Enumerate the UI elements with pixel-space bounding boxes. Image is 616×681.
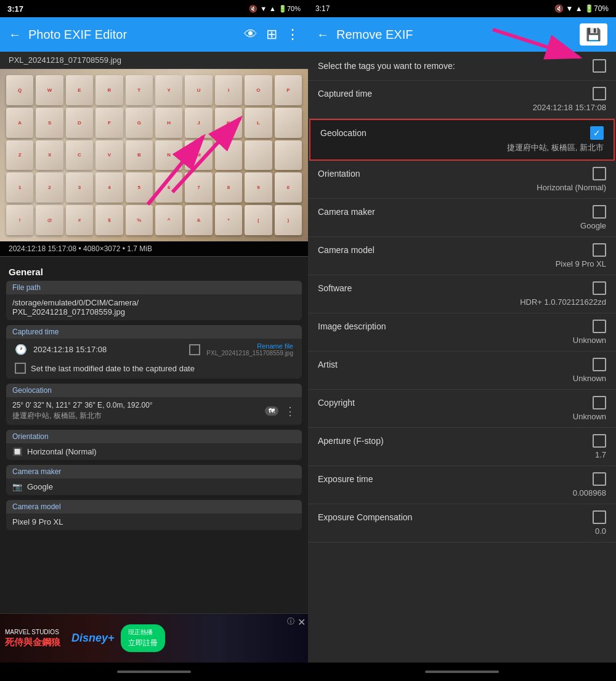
right-panel: 3:17 🔇 ▼ ▲ 🔋70% ← Remove EXIF 💾 Selec	[308, 0, 616, 681]
key	[215, 140, 242, 171]
exif-value-9: 1.7	[318, 450, 606, 459]
key: 0	[275, 172, 302, 203]
file-path-label: File path	[6, 281, 302, 294]
exif-checkbox-3[interactable]	[593, 205, 606, 219]
exif-item-4: Camera modelPixel 9 Pro XL	[308, 237, 616, 275]
geo-icons: 🗺 ⋮	[265, 405, 296, 418]
exif-item-8: CopyrightUnknown	[308, 390, 616, 428]
photo-info-bar: 2024:12:18 15:17:08 • 4080×3072 • 1.7 Mi…	[0, 241, 308, 257]
exif-checkbox-10[interactable]	[593, 472, 606, 486]
r-battery-icon: 🔋70%	[585, 4, 609, 13]
key-grid: Q W E R T Y U I O P A S D F G H J K L Z	[6, 75, 302, 235]
exif-checkbox-4[interactable]	[593, 243, 606, 257]
exif-item-row-5: Software	[318, 281, 606, 295]
exif-item-1: Geolocation✓捷運府中站, 板橋區, 新北市	[309, 119, 615, 161]
exif-label-10: Exposure time	[318, 474, 373, 484]
more-icon[interactable]: ⋮	[286, 26, 299, 42]
exif-checkbox-6[interactable]	[593, 320, 606, 333]
exif-item-row-7: Artist	[318, 358, 606, 371]
eye-icon[interactable]: 👁	[244, 26, 257, 42]
r-back-button[interactable]: ←	[317, 28, 329, 42]
key: Z	[6, 140, 33, 171]
captured-time-checkbox[interactable]	[189, 344, 200, 355]
key: 6	[155, 172, 182, 203]
left-content-area[interactable]: General File path /storage/emulated/0/DC…	[0, 257, 308, 613]
last-modified-checkbox[interactable]	[15, 363, 26, 374]
save-button[interactable]: 💾	[580, 23, 607, 46]
key: I	[215, 75, 242, 105]
left-status-icons: 🔇 ▼ ▲ 🔋70%	[249, 5, 301, 13]
key: %	[126, 205, 153, 235]
exif-value-5: HDR+ 1.0.702121622zd	[318, 297, 606, 307]
map-badge[interactable]: 🗺	[265, 406, 278, 416]
keyboard-photo: Q W E R T Y U I O P A S D F G H J K L Z	[0, 69, 308, 241]
camera-model-row: Camera model Pixel 9 Pro XL	[6, 500, 302, 530]
exif-value-10: 0.008968	[318, 488, 606, 498]
camera-maker-icon: 📷	[12, 482, 22, 491]
exif-checkbox-1[interactable]: ✓	[590, 126, 604, 140]
exif-checkbox-11[interactable]	[593, 510, 606, 524]
exif-checkbox-2[interactable]	[593, 167, 606, 180]
orientation-content: 🔲 Horizontal (Normal)	[6, 443, 302, 460]
exif-checkbox-8[interactable]	[593, 396, 606, 409]
left-nav-bar	[0, 663, 308, 681]
rename-label: Rename file	[206, 342, 293, 350]
exif-item-row-8: Copyright	[318, 396, 606, 409]
select-all-checkbox[interactable]	[593, 59, 606, 73]
exif-checkbox-7[interactable]	[593, 358, 606, 371]
general-section-header: General	[0, 263, 308, 281]
right-status-icons: 🔇 ▼ ▲ 🔋70%	[554, 4, 609, 13]
hot-badge: 現正熱播	[128, 628, 158, 637]
signal-icon: ▼	[260, 5, 267, 12]
exif-checkbox-5[interactable]	[593, 281, 606, 295]
nav-indicator	[117, 671, 191, 673]
left-panel: 3:17 🔇 ▼ ▲ 🔋70% ← Photo EXIF Editor 👁 ⊞ …	[0, 0, 308, 681]
exif-item-row-9: Aperture (F-stop)	[318, 434, 606, 448]
exif-item-6: Image descriptionUnknown	[308, 313, 616, 352]
camera-maker-label: Camera maker	[6, 465, 302, 478]
exif-item-row-6: Image description	[318, 320, 606, 333]
exif-item-0: Captured time2024:12:18 15:17:08	[308, 81, 616, 119]
key	[275, 140, 302, 171]
orientation-value: Horizontal (Normal)	[27, 447, 97, 456]
exif-label-2: Orientation	[318, 169, 360, 179]
grid-icon[interactable]: ⊞	[266, 26, 277, 42]
exif-item-5: SoftwareHDR+ 1.0.702121622zd	[308, 275, 616, 313]
key: V	[95, 140, 123, 171]
exif-label-4: Camera model	[318, 245, 375, 255]
ad-info-icon[interactable]: ⓘ	[287, 616, 294, 627]
key: 4	[95, 172, 123, 203]
ad-close-button[interactable]: ✕	[298, 616, 306, 628]
ad-title: 死侍與金鋼狼	[5, 637, 60, 648]
orientation-row: Orientation 🔲 Horizontal (Normal)	[6, 430, 302, 460]
last-modified-text: Set the last modified date to the captur…	[31, 364, 195, 373]
geo-more-icon[interactable]: ⋮	[285, 405, 296, 418]
exif-label-8: Copyright	[318, 398, 355, 408]
exif-item-row-11: Exposure Compensation	[318, 510, 606, 524]
key: F	[95, 108, 123, 138]
key: 9	[245, 172, 272, 203]
key: @	[36, 205, 63, 235]
datetime-row: 🕐 2024:12:18 15:17:08 Rename file PXL_20…	[6, 339, 302, 360]
marvel-badge: MARVEL STUDIOS	[5, 629, 59, 635]
key: K	[215, 108, 242, 138]
geo-coords: 25° 0' 32" N, 121° 27' 36" E, 0.0m, 192.…	[12, 401, 265, 409]
right-content[interactable]: Select the tags you want to remove: Capt…	[308, 52, 616, 663]
key: T	[126, 75, 153, 105]
back-button[interactable]: ←	[9, 28, 21, 42]
exif-checkbox-0[interactable]	[593, 87, 606, 100]
key: P	[275, 75, 302, 105]
geolocation-row: Geolocation 25° 0' 32" N, 121° 27' 36" E…	[6, 384, 302, 425]
r-app-title: Remove EXIF	[336, 28, 572, 42]
disney-logo: Disney+	[65, 632, 121, 645]
left-status-bar: 3:17 🔇 ▼ ▲ 🔋70%	[0, 0, 308, 17]
filename-text: PXL_20241218_071708559.jpg	[9, 55, 121, 65]
ad-content: MARVEL STUDIOS 死侍與金鋼狼 Disney+ 現正熱播 立即註冊	[0, 614, 308, 663]
select-all-text: Select the tags you want to remove:	[318, 61, 455, 71]
exif-checkbox-9[interactable]	[593, 434, 606, 448]
right-app-bar: ← Remove EXIF 💾	[308, 17, 616, 52]
ad-cta-badge[interactable]: 現正熱播 立即註冊	[121, 624, 165, 652]
key: 5	[126, 172, 153, 203]
right-time: 3:17	[315, 4, 330, 13]
key: Q	[6, 75, 33, 105]
